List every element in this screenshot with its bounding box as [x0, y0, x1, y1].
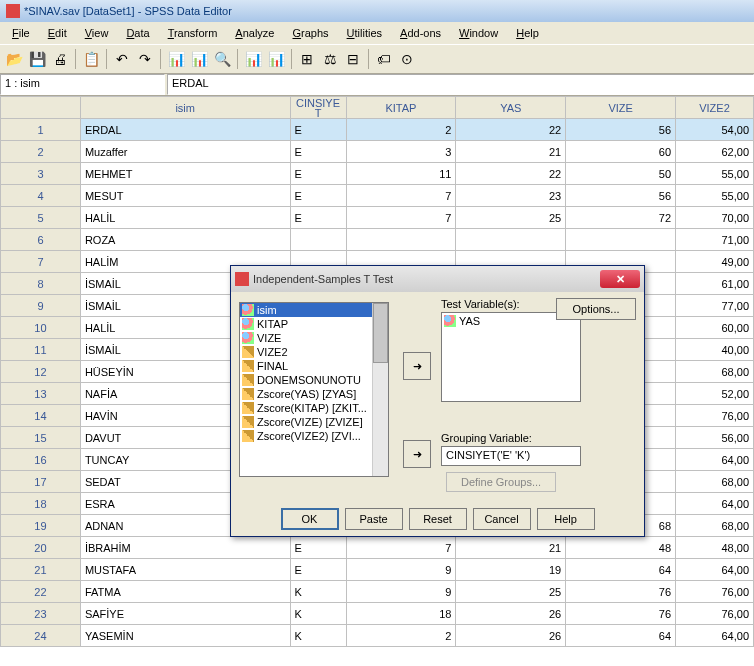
var-item[interactable]: Zscore(YAS) [ZYAS] [240, 387, 388, 401]
menu-add-ons[interactable]: Add-ons [392, 25, 449, 41]
scale-icon [242, 430, 254, 442]
print-icon[interactable]: 🖨 [50, 49, 70, 69]
dialog-titlebar[interactable]: Independent-Samples T Test ✕ [231, 266, 644, 292]
grouping-var-label: Grouping Variable: [441, 432, 532, 444]
define-groups-button[interactable]: Define Groups... [446, 472, 556, 492]
app-icon [6, 4, 20, 18]
reset-button[interactable]: Reset [409, 508, 467, 530]
table-row[interactable]: 23SAFİYEK18267676,00 [1, 603, 754, 625]
dialog-recall-icon[interactable]: 📋 [81, 49, 101, 69]
close-icon[interactable]: ✕ [600, 270, 640, 288]
menu-utilities[interactable]: Utilities [339, 25, 390, 41]
find-icon[interactable]: 🔍 [212, 49, 232, 69]
table-row[interactable]: 22FATMAK9257676,00 [1, 581, 754, 603]
use-sets-icon[interactable]: ⊙ [397, 49, 417, 69]
test-var-list[interactable]: YAS [441, 312, 581, 402]
weight-icon[interactable]: ⚖ [320, 49, 340, 69]
test-var-label: Test Variable(s): [441, 298, 520, 310]
cell-name-box[interactable]: 1 : isim [0, 74, 165, 95]
corner-header[interactable] [1, 97, 81, 119]
insert-var-icon[interactable]: 📊 [266, 49, 286, 69]
save-icon[interactable]: 💾 [27, 49, 47, 69]
var-item[interactable]: DONEMSONUNOTU [240, 373, 388, 387]
var-item[interactable]: isim [240, 303, 388, 317]
scale-icon [242, 360, 254, 372]
col-kitap[interactable]: KITAP [346, 97, 456, 119]
table-row[interactable]: 1ERDALE2225654,00 [1, 119, 754, 141]
redo-icon[interactable]: ↷ [135, 49, 155, 69]
split-icon[interactable]: ⊞ [297, 49, 317, 69]
table-row[interactable]: 5HALİLE7257270,00 [1, 207, 754, 229]
menu-view[interactable]: View [77, 25, 117, 41]
var-item[interactable]: FINAL [240, 359, 388, 373]
select-icon[interactable]: ⊟ [343, 49, 363, 69]
move-to-test-button[interactable]: ➜ [403, 352, 431, 380]
var-item[interactable]: VIZE2 [240, 345, 388, 359]
scale-icon [242, 402, 254, 414]
menu-transform[interactable]: Transform [160, 25, 226, 41]
scale-icon [242, 374, 254, 386]
scrollbar[interactable] [372, 303, 388, 476]
menu-help[interactable]: Help [508, 25, 547, 41]
table-row[interactable]: 4MESUTE7235655,00 [1, 185, 754, 207]
paste-button[interactable]: Paste [345, 508, 403, 530]
col-isim[interactable]: isim [80, 97, 290, 119]
t-test-dialog: Independent-Samples T Test ✕ isimKITAPVI… [230, 265, 645, 537]
nominal-icon [242, 318, 254, 330]
ok-button[interactable]: OK [281, 508, 339, 530]
nominal-icon [242, 304, 254, 316]
options-button[interactable]: Options... [556, 298, 636, 320]
dialog-title: Independent-Samples T Test [253, 273, 393, 285]
var-item[interactable]: KITAP [240, 317, 388, 331]
cancel-button[interactable]: Cancel [473, 508, 531, 530]
undo-icon[interactable]: ↶ [112, 49, 132, 69]
menu-analyze[interactable]: Analyze [227, 25, 282, 41]
scale-icon [242, 346, 254, 358]
menu-window[interactable]: Window [451, 25, 506, 41]
cell-value-box[interactable]: ERDAL [167, 74, 754, 95]
col-cinsiyet[interactable]: CINSIYET [290, 97, 346, 119]
menu-data[interactable]: Data [118, 25, 157, 41]
table-row[interactable]: 6ROZA71,00 [1, 229, 754, 251]
col-vize2[interactable]: VIZE2 [676, 97, 754, 119]
table-row[interactable]: 21MUSTAFAE9196464,00 [1, 559, 754, 581]
toolbar: 📂 💾 🖨 📋 ↶ ↷ 📊 📊 🔍 📊 📊 ⊞ ⚖ ⊟ 🏷 ⊙ [0, 44, 754, 74]
menubar: FileEditViewDataTransformAnalyzeGraphsUt… [0, 22, 754, 44]
open-icon[interactable]: 📂 [4, 49, 24, 69]
scale-icon [242, 416, 254, 428]
grouping-var-field[interactable]: CINSIYET('E' 'K') [441, 446, 581, 466]
col-yas[interactable]: YAS [456, 97, 566, 119]
var-item[interactable]: Zscore(KITAP) [ZKIT... [240, 401, 388, 415]
nominal-icon [242, 332, 254, 344]
table-row[interactable]: 24YASEMİNK2266464,00 [1, 625, 754, 647]
value-labels-icon[interactable]: 🏷 [374, 49, 394, 69]
table-row[interactable]: 2MuzafferE3216062,00 [1, 141, 754, 163]
goto-case-icon[interactable]: 📊 [166, 49, 186, 69]
test-var-item[interactable]: YAS [459, 315, 480, 327]
dialog-icon [235, 272, 249, 286]
menu-edit[interactable]: Edit [40, 25, 75, 41]
goto-var-icon[interactable]: 📊 [189, 49, 209, 69]
menu-graphs[interactable]: Graphs [284, 25, 336, 41]
table-row[interactable]: 20İBRAHİME7214848,00 [1, 537, 754, 559]
col-vize[interactable]: VIZE [566, 97, 676, 119]
move-to-group-button[interactable]: ➜ [403, 440, 431, 468]
menu-file[interactable]: File [4, 25, 38, 41]
titlebar: *SINAV.sav [DataSet1] - SPSS Data Editor [0, 0, 754, 22]
source-var-list[interactable]: isimKITAPVIZEVIZE2FINALDONEMSONUNOTUZsco… [239, 302, 389, 477]
insert-case-icon[interactable]: 📊 [243, 49, 263, 69]
help-button[interactable]: Help [537, 508, 595, 530]
scale-icon [242, 388, 254, 400]
var-item[interactable]: Zscore(VIZE) [ZVIZE] [240, 415, 388, 429]
table-row[interactable]: 3MEHMETE11225055,00 [1, 163, 754, 185]
var-item[interactable]: Zscore(VIZE2) [ZVI... [240, 429, 388, 443]
var-item[interactable]: VIZE [240, 331, 388, 345]
window-title: *SINAV.sav [DataSet1] - SPSS Data Editor [24, 5, 232, 17]
cell-bar: 1 : isim ERDAL [0, 74, 754, 96]
nominal-icon [444, 315, 456, 327]
